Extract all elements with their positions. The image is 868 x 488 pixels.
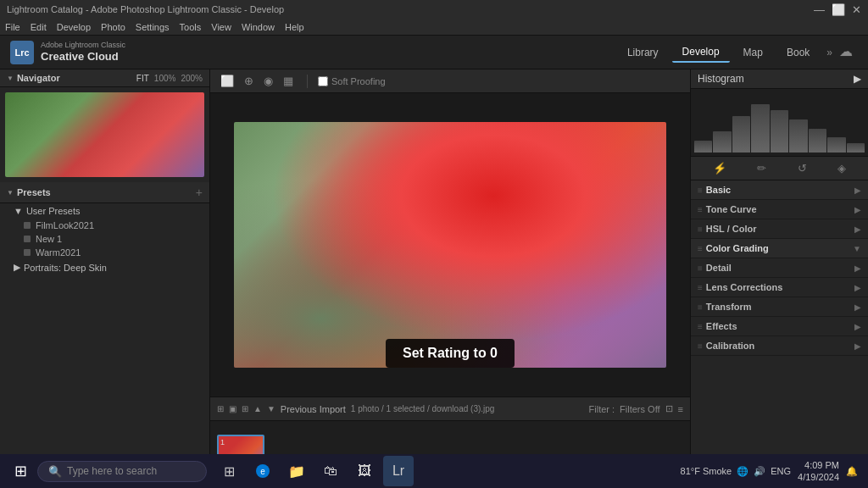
main-image: Set Rating to 0 <box>234 122 666 368</box>
panel-detail-arrow: ▶ <box>854 263 861 273</box>
preset-label-new1: New 1 <box>36 234 62 244</box>
filter-menu[interactable]: ≡ <box>678 404 683 414</box>
presets-header[interactable]: ▼ Presets + <box>0 182 209 203</box>
nav-library[interactable]: Library <box>617 43 669 62</box>
menu-view[interactable]: View <box>211 22 231 32</box>
panel-calibration[interactable]: ≡ Calibration ▶ <box>691 336 868 356</box>
menu-file[interactable]: File <box>5 22 20 32</box>
hist-bar-1 <box>694 141 712 152</box>
preset-item-new1[interactable]: New 1 <box>0 232 209 246</box>
nav-map[interactable]: Map <box>733 43 773 62</box>
menu-window[interactable]: Window <box>242 22 275 32</box>
panel-cal-label: Calibration <box>706 341 754 351</box>
panel-basic[interactable]: ≡ Basic ▶ <box>691 180 868 200</box>
title-bar: Lightroom Catalog - Adobe Photoshop Ligh… <box>0 0 868 19</box>
histogram-header[interactable]: Histogram ▶ <box>691 69 868 89</box>
panel-cal-arrow: ▶ <box>854 341 861 351</box>
left-panel: ▼ Navigator FIT 100% 200% ▼ <box>0 69 210 488</box>
toolbar-icons: ⬜ ⊕ ◉ ▦ <box>217 73 297 89</box>
strip-up[interactable]: ▲ <box>253 404 262 413</box>
panel-cal-left: ≡ Calibration <box>698 341 754 351</box>
menu-photo[interactable]: Photo <box>101 22 125 32</box>
start-btn[interactable]: ⊞ <box>3 454 37 488</box>
hist-bar-5 <box>771 110 788 152</box>
navigator-header-left: ▼ Navigator <box>7 73 60 83</box>
menu-help[interactable]: Help <box>285 22 304 32</box>
window-title: Lightroom Catalog - Adobe Photoshop Ligh… <box>7 4 284 14</box>
histogram-area <box>691 89 868 157</box>
user-presets-group[interactable]: ▼ User Presets <box>0 203 209 219</box>
preset-item-filmlook[interactable]: FilmLook2021 <box>0 219 209 232</box>
menu-edit[interactable]: Edit <box>31 22 47 32</box>
filter-toggle[interactable]: ⊡ <box>665 403 673 414</box>
panel-lens[interactable]: ≡ Lens Corrections ▶ <box>691 278 868 297</box>
panel-effects[interactable]: ≡ Effects ▶ <box>691 317 868 336</box>
strip-view-2[interactable]: ⊞ <box>242 404 248 413</box>
taskbar-edge[interactable]: e <box>248 456 278 486</box>
cloud-icon[interactable]: ☁ <box>839 43 858 62</box>
minimize-btn[interactable]: — <box>814 3 825 16</box>
zoom-fit[interactable]: FIT <box>136 74 149 83</box>
panel-detail[interactable]: ≡ Detail ▶ <box>691 258 868 278</box>
preset-label-warm: Warm2021 <box>36 247 81 258</box>
panel-effects-left: ≡ Effects <box>698 321 737 331</box>
hist-bar-7 <box>809 129 826 152</box>
taskbar-store[interactable]: 🛍 <box>315 456 346 486</box>
taskbar-widgets[interactable]: ⊞ <box>214 456 244 486</box>
close-btn[interactable]: ✕ <box>852 3 861 16</box>
drag-transform: ≡ <box>698 302 703 312</box>
menu-develop[interactable]: Develop <box>57 22 91 32</box>
drag-basic: ≡ <box>698 186 703 195</box>
speaker-icon: 🔊 <box>754 466 765 477</box>
soft-proof-checkbox[interactable] <box>318 76 328 86</box>
panel-transform-label: Transform <box>706 302 752 312</box>
filter-value[interactable]: Filters Off <box>620 404 659 414</box>
filter-area: Filter : Filters Off ⊡ ≡ <box>589 403 683 414</box>
taskbar-lightroom[interactable]: Lr <box>383 456 414 486</box>
menu-tools[interactable]: Tools <box>180 22 202 32</box>
panel-tone-curve[interactable]: ≡ Tone Curve ▶ <box>691 200 868 219</box>
zoom-200[interactable]: 200% <box>181 74 203 83</box>
maximize-btn[interactable]: ⬜ <box>832 3 845 16</box>
taskbar-search[interactable]: 🔍 Type here to search <box>37 461 207 482</box>
taskbar-photos[interactable]: 🖼 <box>349 456 380 486</box>
nav-book[interactable]: Book <box>776 43 820 62</box>
presets-icon[interactable]: ◈ <box>834 160 849 176</box>
hist-bar-3 <box>732 116 750 152</box>
strip-nav-prev[interactable]: ⊞ <box>217 404 224 413</box>
panel-basic-arrow: ▶ <box>854 186 861 195</box>
preset-dot-filmlook <box>24 222 31 229</box>
preset-label-filmlook: FilmLook2021 <box>36 220 94 230</box>
navigator-header[interactable]: ▼ Navigator FIT 100% 200% <box>0 69 209 87</box>
crop-icon[interactable]: ⬜ <box>217 73 237 89</box>
preset-item-warm[interactable]: Warm2021 <box>0 246 209 259</box>
app-header: Lrc Adobe Lightroom Classic Creative Clo… <box>0 36 868 69</box>
strip-view-1[interactable]: ▣ <box>229 404 236 413</box>
menu-settings[interactable]: Settings <box>136 22 170 32</box>
history-icon[interactable]: ↺ <box>794 160 810 176</box>
heal-icon[interactable]: ⊕ <box>241 73 257 89</box>
presets-add-btn[interactable]: + <box>196 186 203 199</box>
panel-hsl[interactable]: ≡ HSL / Color ▶ <box>691 219 868 239</box>
auto-icon[interactable]: ⚡ <box>709 160 730 176</box>
panel-transform[interactable]: ≡ Transform ▶ <box>691 297 868 317</box>
portraits-item[interactable]: ▶ Portraits: Deep Skin <box>0 259 209 275</box>
navigator-preview <box>0 87 209 182</box>
panel-lens-left: ≡ Lens Corrections <box>698 282 782 292</box>
nav-develop[interactable]: Develop <box>672 42 730 63</box>
zoom-100[interactable]: 100% <box>154 74 176 83</box>
histogram-label: Histogram <box>698 73 744 85</box>
panel-color-grading[interactable]: ≡ Color Grading ▼ <box>691 239 868 258</box>
weather-text: 81°F Smoke <box>681 466 732 476</box>
taskbar-right: 81°F Smoke 🌐 🔊 ENG 4:09 PM 4/19/2024 🔔 <box>681 459 865 484</box>
panel-hsl-label: HSL / Color <box>706 224 757 234</box>
notification-icon[interactable]: 🔔 <box>846 466 858 477</box>
nav-more[interactable]: » <box>823 43 836 62</box>
brush-icon[interactable]: ✏ <box>754 160 770 176</box>
time-text: 4:09 PM <box>804 459 839 471</box>
gradient-icon[interactable]: ▦ <box>280 73 297 89</box>
taskbar-explorer[interactable]: 📁 <box>281 456 312 486</box>
panel-basic-label: Basic <box>706 185 731 195</box>
strip-down[interactable]: ▼ <box>267 404 275 413</box>
adjustment-icon[interactable]: ◉ <box>260 73 276 89</box>
